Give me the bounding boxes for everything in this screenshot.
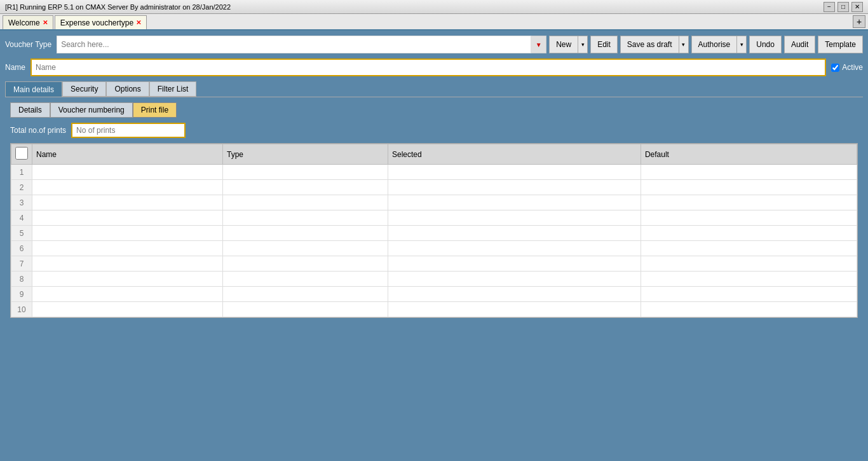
- row-selected-cell[interactable]: [388, 195, 641, 210]
- table-row[interactable]: 7: [11, 256, 857, 272]
- row-default-cell[interactable]: [641, 302, 857, 317]
- table-row[interactable]: 8: [11, 272, 857, 287]
- row-type-cell[interactable]: [223, 302, 388, 317]
- table-row[interactable]: 9: [11, 287, 857, 302]
- tab-security-label: Security: [71, 85, 98, 93]
- voucher-type-dropdown-button[interactable]: ▼: [531, 36, 546, 53]
- undo-button[interactable]: Undo: [749, 36, 782, 53]
- row-name-cell[interactable]: [32, 210, 223, 226]
- row-num-cell: 1: [11, 165, 32, 180]
- row-default-cell[interactable]: [641, 180, 857, 195]
- name-input[interactable]: [31, 58, 826, 76]
- row-name-cell[interactable]: [32, 256, 223, 272]
- row-default-cell[interactable]: [641, 226, 857, 241]
- row-selected-cell[interactable]: [388, 256, 641, 272]
- row-type-cell[interactable]: [223, 165, 388, 180]
- voucher-type-search-container: ▼: [57, 36, 546, 53]
- sub-tab-details-label: Details: [18, 106, 42, 114]
- bottom-area: [5, 320, 863, 352]
- row-name-cell[interactable]: [32, 272, 223, 287]
- row-num-cell: 10: [11, 302, 32, 317]
- row-type-cell[interactable]: [223, 241, 388, 256]
- table-row[interactable]: 2: [11, 180, 857, 195]
- tab-filter-list[interactable]: Filter List: [149, 81, 197, 97]
- row-selected-cell[interactable]: [388, 272, 641, 287]
- maximize-button[interactable]: □: [837, 2, 849, 12]
- row-type-cell[interactable]: [223, 226, 388, 241]
- section-tabs: Main details Security Options Filter Lis…: [5, 81, 863, 97]
- row-selected-cell[interactable]: [388, 226, 641, 241]
- tab-main-details[interactable]: Main details: [5, 81, 62, 97]
- authorise-button[interactable]: Authorise: [691, 36, 737, 53]
- active-checkbox-label[interactable]: Active: [831, 63, 863, 72]
- tab-welcome[interactable]: Welcome ✕: [3, 15, 53, 29]
- row-selected-cell[interactable]: [388, 287, 641, 302]
- row-type-cell[interactable]: [223, 180, 388, 195]
- row-num-cell: 4: [11, 210, 32, 226]
- row-name-cell[interactable]: [32, 165, 223, 180]
- table-row[interactable]: 4: [11, 210, 857, 226]
- tab-expense-vouchertype[interactable]: Expense vouchertype ✕: [55, 15, 147, 29]
- audit-button[interactable]: Audit: [784, 36, 815, 53]
- row-selected-cell[interactable]: [388, 165, 641, 180]
- tab-security[interactable]: Security: [62, 81, 106, 97]
- table-row[interactable]: 5: [11, 226, 857, 241]
- table-row[interactable]: 3: [11, 195, 857, 210]
- sub-tab-voucher-numbering[interactable]: Voucher numbering: [50, 102, 133, 118]
- row-name-cell[interactable]: [32, 302, 223, 317]
- toolbar-row: Voucher Type ▼ New ▾ Edit Save as draft …: [5, 36, 863, 53]
- total-prints-input[interactable]: [71, 123, 186, 138]
- row-name-cell[interactable]: [32, 180, 223, 195]
- tab-bar: Welcome ✕ Expense vouchertype ✕ +: [0, 14, 868, 31]
- save-as-draft-dropdown-arrow[interactable]: ▾: [679, 36, 689, 53]
- select-all-checkbox[interactable]: [15, 147, 28, 160]
- row-default-cell[interactable]: [641, 241, 857, 256]
- sub-tab-print-file[interactable]: Print file: [133, 102, 177, 118]
- total-prints-label: Total no.of prints: [10, 126, 66, 135]
- row-default-cell[interactable]: [641, 272, 857, 287]
- voucher-type-search-input[interactable]: [57, 36, 531, 53]
- row-num-cell: 3: [11, 195, 32, 210]
- table-row[interactable]: 10: [11, 302, 857, 317]
- row-default-cell[interactable]: [641, 256, 857, 272]
- row-selected-cell[interactable]: [388, 241, 641, 256]
- sub-tab-details[interactable]: Details: [10, 102, 50, 118]
- tab-welcome-close[interactable]: ✕: [43, 19, 48, 26]
- table-row[interactable]: 6: [11, 241, 857, 256]
- template-button[interactable]: Template: [818, 36, 863, 53]
- row-type-cell[interactable]: [223, 210, 388, 226]
- row-name-cell[interactable]: [32, 195, 223, 210]
- row-default-cell[interactable]: [641, 195, 857, 210]
- minimize-button[interactable]: −: [824, 2, 835, 12]
- row-name-cell[interactable]: [32, 241, 223, 256]
- row-type-cell[interactable]: [223, 287, 388, 302]
- row-type-cell[interactable]: [223, 272, 388, 287]
- row-type-cell[interactable]: [223, 256, 388, 272]
- new-button[interactable]: New: [549, 36, 578, 53]
- close-button[interactable]: ✕: [851, 2, 863, 12]
- tab-expense-vouchertype-close[interactable]: ✕: [136, 19, 141, 26]
- new-dropdown-arrow[interactable]: ▾: [578, 36, 588, 53]
- row-default-cell[interactable]: [641, 210, 857, 226]
- active-checkbox[interactable]: [831, 64, 839, 72]
- row-name-cell[interactable]: [32, 226, 223, 241]
- row-default-cell[interactable]: [641, 165, 857, 180]
- row-selected-cell[interactable]: [388, 180, 641, 195]
- tab-options-label: Options: [114, 85, 140, 93]
- row-num-cell: 6: [11, 241, 32, 256]
- save-as-draft-button[interactable]: Save as draft: [620, 36, 679, 53]
- row-selected-cell[interactable]: [388, 210, 641, 226]
- authorise-button-group: Authorise ▾: [691, 36, 747, 53]
- row-selected-cell[interactable]: [388, 302, 641, 317]
- authorise-dropdown-arrow[interactable]: ▾: [736, 36, 747, 53]
- row-num-cell: 9: [11, 287, 32, 302]
- row-default-cell[interactable]: [641, 287, 857, 302]
- tab-add-button[interactable]: +: [853, 15, 865, 28]
- row-name-cell[interactable]: [32, 287, 223, 302]
- row-num-cell: 8: [11, 272, 32, 287]
- edit-button[interactable]: Edit: [590, 36, 618, 53]
- row-type-cell[interactable]: [223, 195, 388, 210]
- tab-filter-list-label: Filter List: [158, 85, 189, 93]
- tab-options[interactable]: Options: [106, 81, 149, 97]
- table-row[interactable]: 1: [11, 165, 857, 180]
